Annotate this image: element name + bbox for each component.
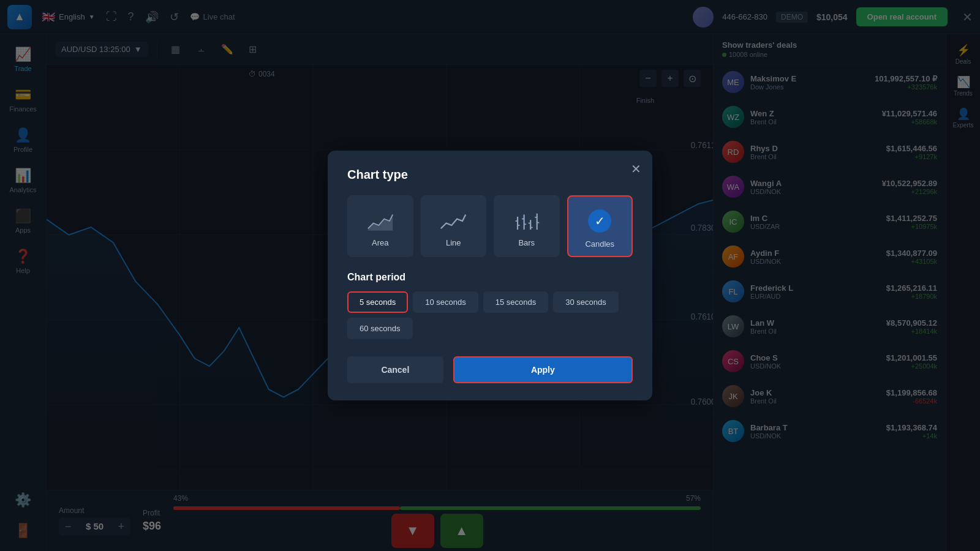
area-label: Area (372, 238, 388, 247)
area-chart-icon (367, 209, 394, 233)
chart-type-modal: Chart type ✕ Area Line (328, 151, 652, 400)
line-label: Line (446, 238, 461, 247)
candles-label: Candles (585, 239, 614, 249)
bars-chart-icon (513, 209, 540, 233)
chart-type-area[interactable]: Area (347, 195, 413, 257)
modal-close-button[interactable]: ✕ (631, 162, 641, 176)
candles-check: ✓ (586, 208, 613, 234)
chart-type-bars[interactable]: Bars (494, 195, 560, 257)
apply-button[interactable]: Apply (453, 356, 633, 383)
period-options: 5 seconds 10 seconds 15 seconds 30 secon… (347, 291, 633, 339)
cancel-button[interactable]: Cancel (347, 356, 443, 383)
modal-actions: Cancel Apply (347, 356, 633, 383)
line-chart-icon (440, 209, 467, 233)
period-30s-button[interactable]: 30 seconds (553, 291, 619, 313)
period-10s-button[interactable]: 10 seconds (413, 291, 478, 313)
chart-period-title: Chart period (347, 272, 633, 283)
period-15s-button[interactable]: 15 seconds (483, 291, 549, 313)
bars-label: Bars (518, 238, 535, 247)
modal-overlay: Chart type ✕ Area Line (0, 0, 980, 551)
chart-type-line[interactable]: Line (421, 195, 487, 257)
chart-type-candles[interactable]: ✓ Candles (567, 195, 633, 257)
check-circle: ✓ (588, 209, 611, 233)
period-60s-button[interactable]: 60 seconds (347, 318, 413, 339)
chart-types: Area Line (347, 195, 633, 257)
modal-title: Chart type (347, 168, 633, 182)
period-5s-button[interactable]: 5 seconds (347, 291, 408, 313)
